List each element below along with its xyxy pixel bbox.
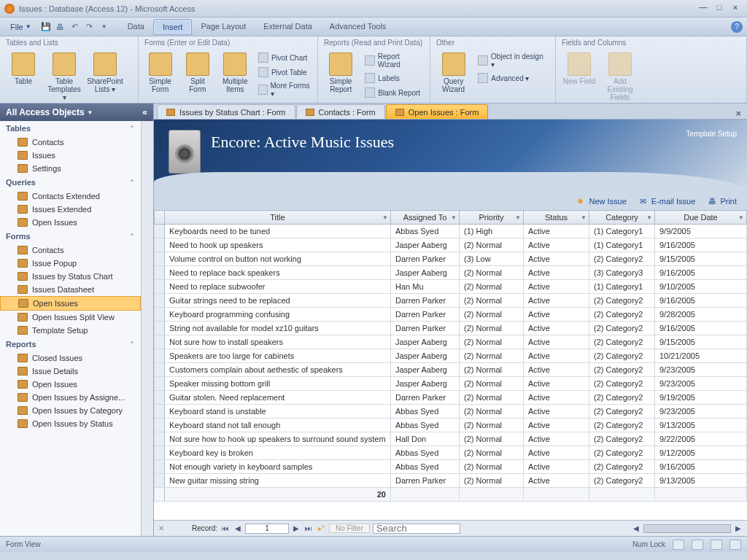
menu-tab-external-data[interactable]: External Data	[255, 19, 321, 35]
multiple-items-button[interactable]: Multiple Items	[218, 51, 252, 95]
row-selector[interactable]	[155, 419, 165, 432]
table-cell[interactable]: (2) Normal	[460, 432, 524, 446]
table-cell[interactable]: Active	[524, 377, 589, 391]
row-selector[interactable]	[155, 474, 165, 488]
table-cell[interactable]: Need to replace subwoofer	[165, 280, 391, 294]
row-selector[interactable]	[155, 363, 165, 377]
table-cell[interactable]: (2) Category2	[589, 391, 655, 405]
table-cell[interactable]: Abbas Syed	[391, 419, 460, 432]
table-cell[interactable]: (2) Normal	[460, 294, 524, 308]
row-selector[interactable]	[155, 266, 165, 280]
new-record-button[interactable]: ▸*	[317, 524, 326, 532]
table-row[interactable]: Not sure how to install speakersJasper A…	[155, 335, 747, 349]
search-input[interactable]	[373, 524, 460, 534]
row-selector[interactable]	[155, 432, 165, 446]
nav-item[interactable]: Template Setup	[0, 324, 141, 337]
nav-item[interactable]: Open Issues	[0, 378, 141, 391]
table-cell[interactable]: 9/23/2005	[655, 363, 747, 377]
table-cell[interactable]: Darren Parker	[391, 391, 460, 405]
table-cell[interactable]: 9/23/2005	[655, 377, 747, 391]
nav-item[interactable]: Issues Extended	[0, 203, 141, 216]
table-cell[interactable]: 9/10/2005	[655, 280, 747, 294]
simple-form-button[interactable]: Simple Form	[143, 51, 177, 95]
table-cell[interactable]: Active	[524, 405, 589, 419]
nav-item[interactable]: Contacts Extended	[0, 190, 141, 203]
table-cell[interactable]: (2) Category2	[589, 349, 655, 363]
table-cell[interactable]: (2) Normal	[460, 238, 524, 252]
qat-more-icon[interactable]: ▼	[98, 21, 110, 33]
hscrollbar[interactable]	[643, 524, 731, 533]
table-cell[interactable]: Active	[524, 225, 589, 238]
table-cell[interactable]: Keyboard programming confusing	[165, 308, 391, 322]
table-cell[interactable]: Active	[524, 266, 589, 280]
table-cell[interactable]: Not sure how to install speakers	[165, 335, 391, 349]
table-cell[interactable]: Guitar strings need to be replaced	[165, 294, 391, 308]
file-menu[interactable]: File▼	[4, 21, 37, 33]
table-cell[interactable]: Active	[524, 432, 589, 446]
table-cell[interactable]: Darren Parker	[391, 308, 460, 322]
table-cell[interactable]: Not sure how to hook up speakers to surr…	[165, 432, 391, 446]
nav-item[interactable]: Open Issues Split View	[0, 311, 141, 324]
row-selector[interactable]	[155, 391, 165, 405]
table-cell[interactable]: 9/16/2005	[655, 460, 747, 474]
nav-item[interactable]: Open Issues by Category	[0, 404, 141, 417]
row-selector[interactable]	[155, 377, 165, 391]
table-cell[interactable]: String not available for model xz10 guit…	[165, 322, 391, 335]
table-cell[interactable]: (2) Normal	[460, 349, 524, 363]
record-number-input[interactable]: 1	[245, 524, 289, 534]
table-cell[interactable]: 9/23/2005	[655, 405, 747, 419]
table-cell[interactable]: Keyboard stand not tall enough	[165, 419, 391, 432]
table-row[interactable]: Keyboard programming confusingDarren Par…	[155, 308, 747, 322]
table-cell[interactable]: (2) Category2	[589, 294, 655, 308]
nav-item[interactable]: Issues Datasheet	[0, 283, 141, 296]
doc-tab[interactable]: Contacts : Form	[296, 104, 385, 119]
row-selector[interactable]	[155, 349, 165, 363]
table-cell[interactable]: Active	[524, 308, 589, 322]
menu-tab-data[interactable]: Data	[119, 19, 153, 35]
column-header[interactable]: Status▼	[524, 211, 589, 225]
table-cell[interactable]: (2) Category2	[589, 252, 655, 266]
menu-tab-advanced-tools[interactable]: Advanced Tools	[321, 19, 395, 35]
nav-section-reports[interactable]: Reports⌃	[0, 337, 141, 351]
table-cell[interactable]: New guitar missing string	[165, 474, 391, 488]
table-cell[interactable]: (2) Normal	[460, 308, 524, 322]
new-issue-link[interactable]: ✸New Issue	[577, 197, 626, 206]
table-cell[interactable]: Active	[524, 419, 589, 432]
table-cell[interactable]: (2) Category2	[589, 377, 655, 391]
row-selector[interactable]	[155, 335, 165, 349]
save-icon[interactable]: 💾	[40, 21, 52, 33]
table-cell[interactable]: (1) Category1	[589, 238, 655, 252]
table-cell[interactable]: (2) Normal	[460, 322, 524, 335]
table-cell[interactable]: Active	[524, 474, 589, 488]
nav-section-forms[interactable]: Forms⌃	[0, 229, 141, 244]
column-header[interactable]: Title▼	[165, 211, 391, 225]
column-header[interactable]: Assigned To▼	[391, 211, 460, 225]
table-cell[interactable]: (2) Normal	[460, 363, 524, 377]
template-setup-link[interactable]: Template Setup	[686, 130, 738, 138]
table-cell[interactable]: (2) Normal	[460, 460, 524, 474]
table-row[interactable]: Need to replace back speakersJasper Aabe…	[155, 266, 747, 280]
table-row[interactable]: String not available for model xz10 guit…	[155, 322, 747, 335]
table-cell[interactable]: Jasper Aaberg	[391, 238, 460, 252]
email-issue-link[interactable]: ✉E-mail Issue	[640, 197, 696, 206]
table-templates-button[interactable]: Table Templates ▾	[45, 51, 83, 103]
table-cell[interactable]: Jasper Aaberg	[391, 335, 460, 349]
object-in-design-button[interactable]: Object in design ▾	[475, 51, 551, 70]
table-cell[interactable]: 10/21/2005	[655, 349, 747, 363]
table-cell[interactable]: Abbas Syed	[391, 405, 460, 419]
first-record-button[interactable]: ⏮	[220, 524, 231, 532]
table-cell[interactable]: (2) Normal	[460, 474, 524, 488]
table-cell[interactable]: 9/16/2005	[655, 294, 747, 308]
table-row[interactable]: Need to hook up speakersJasper Aaberg(2)…	[155, 238, 747, 252]
table-row[interactable]: New guitar missing stringDarren Parker(2…	[155, 474, 747, 488]
nav-item[interactable]: Open Issues by Status	[0, 417, 141, 430]
advanced-button[interactable]: Advanced ▾	[475, 71, 551, 85]
nav-item[interactable]: Contacts	[0, 136, 141, 149]
toolbox-icon[interactable]: ✕	[158, 524, 164, 532]
row-selector[interactable]	[155, 238, 165, 252]
filter-indicator[interactable]: No Filter	[329, 524, 370, 533]
table-cell[interactable]: Active	[524, 335, 589, 349]
pivot-chart-button[interactable]: Pivot Chart	[255, 51, 313, 64]
table-cell[interactable]: Darren Parker	[391, 252, 460, 266]
row-selector-header[interactable]	[155, 211, 165, 225]
